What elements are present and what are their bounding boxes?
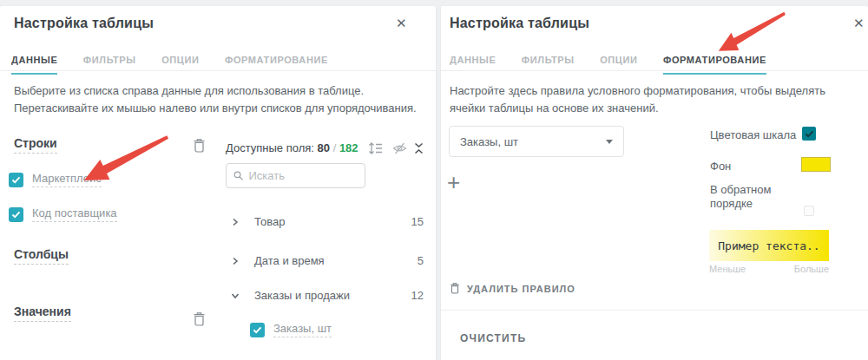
table-settings-dialog-data: Настройка таблицы ✕ ДАННЫЕ ФИЛЬТРЫ ОПЦИИ… <box>0 6 436 360</box>
section-rows: Строки <box>14 136 57 154</box>
tabs-divider <box>0 70 436 71</box>
background-color-swatch[interactable] <box>801 157 831 172</box>
trash-icon <box>450 282 460 295</box>
row-item-supplier-code[interactable]: Код поставщика <box>9 206 117 222</box>
dialog-description: Выберите из списка справа данные для исп… <box>14 82 425 117</box>
annotation-arrow <box>715 10 788 55</box>
caret-down-icon <box>606 140 613 144</box>
tree-node-count: 5 <box>418 254 424 267</box>
more-label: Больше <box>794 264 829 274</box>
search-input[interactable] <box>248 169 358 182</box>
checkbox-checked[interactable] <box>9 207 23 222</box>
color-scale-checkbox[interactable] <box>802 127 816 141</box>
chevron-down-icon[interactable] <box>231 291 240 300</box>
check-icon <box>805 130 814 138</box>
check-icon <box>253 326 262 334</box>
section-values: Значения <box>14 304 71 322</box>
checkbox-checked[interactable] <box>250 323 265 337</box>
trash-icon[interactable] <box>193 311 206 327</box>
check-icon <box>11 176 21 184</box>
chevron-right-icon[interactable] <box>231 257 240 265</box>
dialog-title: Настройка таблицы <box>14 16 154 31</box>
available-fields-total: 182 <box>339 141 358 154</box>
search-box[interactable] <box>226 163 365 188</box>
tree-leaf-label[interactable]: Заказы, шт <box>273 322 332 337</box>
sort-list-icon[interactable] <box>368 141 383 155</box>
close-icon[interactable]: ✕ <box>853 16 865 29</box>
tree-leaf-orders-qty[interactable]: Заказы, шт <box>250 322 332 337</box>
tab-formatting[interactable]: ФОРМАТИРОВАНИЕ <box>663 55 766 75</box>
available-fields-header: Доступные поля: 80 / 182 <box>226 141 358 154</box>
tree-node-count: 15 <box>411 215 424 228</box>
delete-rule-button[interactable]: УДАЛИТЬ ПРАВИЛО <box>450 282 575 295</box>
color-scale-label: Цветовая шкала <box>710 128 796 142</box>
dialog-description: Настройте здесь правила условного формат… <box>450 82 845 117</box>
available-fields-label: Доступные поля: <box>226 141 314 154</box>
tree-node-count: 12 <box>411 289 424 302</box>
chevron-right-icon[interactable] <box>231 218 240 226</box>
format-preview: Пример текста.. <box>709 230 829 261</box>
add-rule-button[interactable]: + <box>447 171 460 193</box>
available-fields-count: 80 <box>318 141 330 154</box>
less-label: Меньше <box>709 264 746 274</box>
preview-scale-labels: Меньше Больше <box>709 264 829 274</box>
field-select[interactable]: Заказы, шт <box>449 126 624 157</box>
dialog-title: Настройка таблицы <box>450 16 589 31</box>
checkbox-checked[interactable] <box>9 173 23 187</box>
tree-node-label: Товар <box>254 215 285 228</box>
tree-node-label: Дата и время <box>254 254 325 267</box>
tree-node-label: Заказы и продажи <box>254 289 350 302</box>
clear-button[interactable]: ОЧИСТИТЬ <box>460 332 526 344</box>
close-icon[interactable]: ✕ <box>396 16 407 29</box>
footer-divider <box>441 310 868 311</box>
reverse-order-checkbox[interactable] <box>804 206 814 216</box>
trash-icon[interactable] <box>193 138 206 154</box>
section-columns: Столбцы <box>14 247 69 265</box>
background-label: Фон <box>710 160 731 173</box>
tree-node-datetime[interactable]: Дата и время 5 <box>226 254 424 267</box>
search-icon <box>233 170 243 181</box>
tree-node-product[interactable]: Товар 15 <box>226 215 424 228</box>
tabs-divider <box>441 70 868 71</box>
row-item-label[interactable]: Код поставщика <box>32 206 117 222</box>
tree-node-orders-sales[interactable]: Заказы и продажи 12 <box>226 289 424 302</box>
eye-off-icon[interactable] <box>392 141 407 155</box>
collapse-all-icon[interactable] <box>413 141 424 155</box>
check-icon <box>11 211 21 219</box>
field-select-value: Заказы, шт <box>460 135 518 148</box>
table-settings-dialog-formatting: Настройка таблицы ✕ ДАННЫЕ ФИЛЬТРЫ ОПЦИИ… <box>441 6 868 360</box>
row-item-marketplace[interactable]: Маркетплейс <box>9 172 102 187</box>
row-item-label[interactable]: Маркетплейс <box>32 172 102 187</box>
reverse-order-label: В обратном порядке <box>710 183 793 211</box>
delete-rule-label: УДАЛИТЬ ПРАВИЛО <box>467 284 575 294</box>
tab-data[interactable]: ДАННЫЕ <box>11 55 57 75</box>
format-preview-text: Пример текста.. <box>718 239 819 252</box>
available-fields-separator: / <box>333 141 337 154</box>
